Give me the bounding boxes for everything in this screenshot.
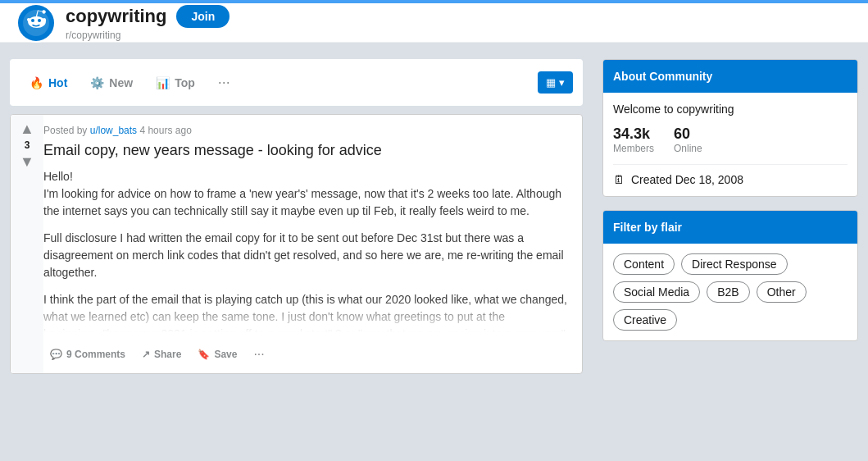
view-button[interactable]: ▦ ▾ [538, 71, 573, 94]
header-inner: copywriting Join r/copywriting [16, 3, 229, 43]
share-label: Share [154, 349, 181, 360]
community-stats: 34.3k Members 60 Online [613, 126, 848, 154]
post-title: Email copy, new years message - looking … [43, 141, 575, 160]
flair-tag-creative[interactable]: Creative [613, 309, 677, 331]
sort-hot-button[interactable]: 🔥 Hot [20, 70, 77, 96]
members-label: Members [613, 143, 654, 154]
online-stat: 60 Online [674, 126, 702, 154]
sort-top-button[interactable]: 📊 Top [146, 70, 205, 96]
save-label: Save [214, 349, 237, 360]
flair-tag-direct-response[interactable]: Direct Response [681, 253, 788, 275]
comments-label: 9 Comments [66, 349, 125, 360]
main-content: 🔥 Hot ⚙️ New 📊 Top ··· ▦ ▾ ▲ 3 [10, 59, 583, 374]
flair-tag-other[interactable]: Other [757, 281, 807, 303]
community-welcome: Welcome to copywriting [613, 103, 848, 116]
header-left: copywriting Join r/copywriting [66, 5, 229, 41]
subreddit-sub: r/copywriting [66, 30, 229, 41]
top-icon: 📊 [156, 76, 170, 89]
vote-count: 3 [25, 139, 30, 151]
save-button[interactable]: 🔖 Save [191, 344, 243, 365]
post-actions: 💬 9 Comments ↗ Share 🔖 Save ··· [43, 339, 575, 367]
svg-point-5 [38, 19, 41, 22]
post-more-button[interactable]: ··· [247, 342, 270, 367]
share-icon: ↗ [142, 349, 150, 360]
about-community-card: About Community Welcome to copywriting 3… [602, 59, 858, 197]
about-community-header: About Community [603, 60, 857, 93]
flair-tags: ContentDirect ResponseSocial MediaB2BOth… [613, 253, 848, 331]
sort-bar: 🔥 Hot ⚙️ New 📊 Top ··· ▦ ▾ [10, 59, 583, 106]
members-count: 34.3k [613, 126, 654, 143]
new-icon: ⚙️ [90, 76, 104, 89]
sort-new-button[interactable]: ⚙️ New [80, 70, 143, 96]
comments-icon: 💬 [50, 349, 62, 360]
flair-tag-b2b[interactable]: B2B [707, 281, 749, 303]
comments-button[interactable]: 💬 9 Comments [43, 344, 132, 365]
flair-tag-social-media[interactable]: Social Media [613, 281, 700, 303]
join-button[interactable]: Join [176, 5, 229, 28]
flair-tag-content[interactable]: Content [613, 253, 675, 275]
svg-point-4 [31, 19, 34, 22]
filter-flair-body: ContentDirect ResponseSocial MediaB2BOth… [603, 244, 857, 340]
upvote-button[interactable]: ▲ [20, 121, 34, 136]
post-content: Posted by u/low_bats 4 hours ago Email c… [43, 115, 582, 373]
share-button[interactable]: ↗ Share [135, 344, 188, 365]
online-count: 60 [674, 126, 702, 143]
post-time: 4 hours ago [139, 125, 191, 136]
sort-more-button[interactable]: ··· [208, 67, 240, 98]
post-paragraph-1: Hello!I'm looking for advice on how to f… [43, 168, 575, 220]
post-paragraph-3: I think the part of the email that is pl… [43, 291, 575, 332]
post-body-text: Hello!I'm looking for advice on how to f… [43, 168, 575, 332]
created-icon: 🗓 [613, 173, 625, 186]
vote-column: ▲ 3 ▼ [11, 115, 43, 373]
page-layout: 🔥 Hot ⚙️ New 📊 Top ··· ▦ ▾ ▲ 3 [0, 43, 868, 390]
header: copywriting Join r/copywriting [0, 3, 868, 43]
post-card: ▲ 3 ▼ Posted by u/low_bats 4 hours ago E… [10, 114, 583, 374]
post-author[interactable]: u/low_bats [90, 125, 137, 136]
save-icon: 🔖 [198, 349, 210, 360]
view-chevron: ▾ [559, 76, 565, 89]
post-author-prefix: Posted by [43, 125, 90, 136]
about-community-body: Welcome to copywriting 34.3k Members 60 … [603, 93, 857, 196]
reddit-logo [16, 3, 56, 43]
sidebar: About Community Welcome to copywriting 3… [602, 59, 858, 374]
community-created: 🗓 Created Dec 18, 2008 [613, 164, 848, 186]
subreddit-name: copywriting [66, 6, 166, 27]
members-stat: 34.3k Members [613, 126, 654, 154]
hot-icon: 🔥 [30, 76, 43, 89]
downvote-button[interactable]: ▼ [20, 154, 34, 169]
filter-flair-header: Filter by flair [603, 211, 857, 244]
post-meta: Posted by u/low_bats 4 hours ago [43, 121, 575, 136]
post-paragraph-2: Full disclosure I had written the email … [43, 230, 575, 281]
view-icon: ▦ [546, 76, 556, 89]
created-text: Created Dec 18, 2008 [631, 173, 743, 186]
filter-flair-card: Filter by flair ContentDirect ResponseSo… [602, 210, 858, 341]
online-label: Online [674, 143, 702, 154]
